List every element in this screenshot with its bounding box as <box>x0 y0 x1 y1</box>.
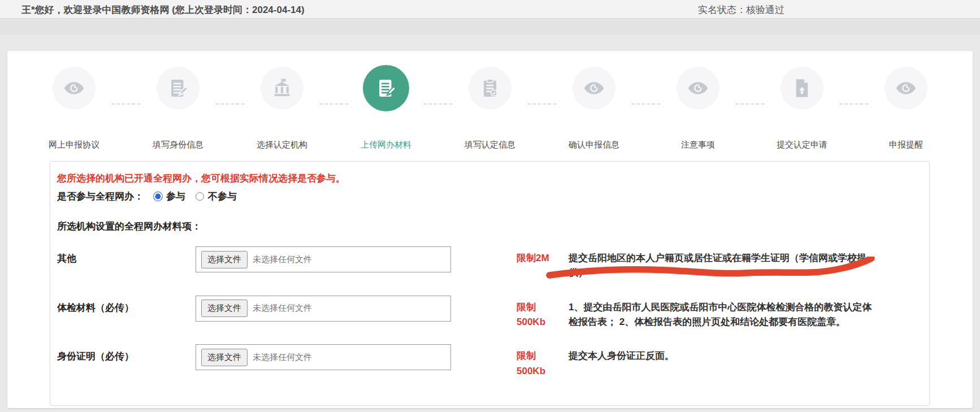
step-label: 注意事项 <box>681 140 715 150</box>
size-limit: 限制2M <box>517 246 569 266</box>
step-connector <box>735 103 765 105</box>
material-row: 体检材料（必传） 选择文件 未选择任何文件 限制 500Kb 1、提交由岳阳市人… <box>57 296 922 330</box>
step-label: 申报提醒 <box>889 140 923 150</box>
participation-label: 是否参与全程网办： <box>57 190 144 203</box>
material-label: 体检材料（必传） <box>57 296 196 314</box>
file-placeholder: 未选择任何文件 <box>253 303 312 314</box>
material-row: 其他 选择文件 未选择任何文件 限制2M 提交岳阳地区的本人户籍页或居住证或在籍… <box>57 246 922 281</box>
bank-icon <box>261 67 303 110</box>
material-label: 身份证明（必传） <box>57 344 196 363</box>
eye-icon <box>53 67 96 110</box>
eye-icon <box>884 67 927 110</box>
step-connector <box>215 103 245 105</box>
material-row: 身份证明（必传） 选择文件 未选择任何文件 限制 500Kb 提交本人身份证正反… <box>57 344 922 379</box>
step-connector <box>839 103 869 105</box>
radio-option-label: 参与 <box>166 190 185 203</box>
material-description: 提交本人身份证正反面。 <box>569 344 874 363</box>
step-label: 选择认定机构 <box>257 140 307 150</box>
step-connector <box>423 103 453 105</box>
clipboard-check-icon <box>469 67 511 110</box>
material-description-text: 提交岳阳地区的本人户籍页或居住证或在籍学生证明（学信网或学校提供） <box>569 253 866 278</box>
stepper-step: 注意事项 <box>661 67 735 150</box>
welcome-text: 王*您好，欢迎登录中国教师资格网 (您上次登录时间：2024-04-14) <box>21 3 305 16</box>
step-connector <box>111 103 141 105</box>
stepper-step: 网上申报协议 <box>37 67 111 150</box>
radio-unselected-icon[interactable] <box>196 192 204 201</box>
step-label: 填写身份信息 <box>153 140 203 150</box>
stepper-step: 选择认定机构 <box>245 67 319 150</box>
materials-title: 所选机构设置的全程网办材料项： <box>57 220 922 233</box>
radio-option-label: 不参与 <box>208 190 237 203</box>
step-connector <box>527 103 557 105</box>
file-placeholder: 未选择任何文件 <box>253 254 312 265</box>
stepper-step: 上传网办材料 <box>349 67 423 150</box>
material-description-text: 提交本人身份证正反面。 <box>569 350 674 361</box>
choose-file-button[interactable]: 选择文件 <box>201 251 248 268</box>
step-label: 确认申报信息 <box>569 140 619 150</box>
step-label: 填写认定信息 <box>465 140 515 150</box>
radio-selected-icon[interactable] <box>154 192 162 201</box>
file-input[interactable]: 选择文件 未选择任何文件 <box>196 246 451 272</box>
material-label: 其他 <box>57 246 196 265</box>
realname-status: 实名状态：核验通过 <box>698 3 784 16</box>
size-limit: 限制 500Kb <box>517 296 569 330</box>
step-label: 上传网办材料 <box>361 140 411 150</box>
upload-panel: 您所选择的机构已开通全程网办，您可根据实际情况选择是否参与。 是否参与全程网办：… <box>50 161 930 406</box>
stepper-step: 提交认定申请 <box>765 67 839 150</box>
step-connector <box>631 103 661 105</box>
step-label: 提交认定申请 <box>777 140 827 150</box>
material-description: 提交岳阳地区的本人户籍页或居住证或在籍学生证明（学信网或学校提供） <box>569 246 874 281</box>
stepper-step: 确认申报信息 <box>557 67 631 150</box>
file-placeholder: 未选择任何文件 <box>253 352 312 363</box>
eye-icon <box>573 67 615 110</box>
main-card: 网上申报协议 填写身份信息 选择认定机构 上传网办材料 填写认定信息 确认申报信… <box>7 51 973 408</box>
step-connector <box>319 103 349 105</box>
choose-file-button[interactable]: 选择文件 <box>201 300 248 317</box>
stepper: 网上申报协议 填写身份信息 选择认定机构 上传网办材料 填写认定信息 确认申报信… <box>7 51 973 150</box>
eye-icon <box>677 67 719 110</box>
stepper-step: 填写认定信息 <box>453 67 527 150</box>
background-band <box>0 19 980 35</box>
material-description: 1、提交由岳阳市人民医院或岳阳市中心医院体检检测合格的教资认定体检报告表； 2、… <box>569 296 874 330</box>
file-upload-icon <box>780 67 823 110</box>
size-limit: 限制 500Kb <box>517 344 569 379</box>
choose-file-button[interactable]: 选择文件 <box>201 349 248 366</box>
stepper-step: 填写身份信息 <box>141 67 215 150</box>
material-rows: 其他 选择文件 未选择任何文件 限制2M 提交岳阳地区的本人户籍页或居住证或在籍… <box>57 246 922 379</box>
step-label: 网上申报协议 <box>49 140 99 150</box>
material-description-text: 1、提交由岳阳市人民医院或岳阳市中心医院体检检测合格的教资认定体检报告表； 2、… <box>569 302 871 327</box>
file-input[interactable]: 选择文件 未选择任何文件 <box>196 344 451 370</box>
document-edit-icon <box>157 67 200 110</box>
online-process-notice: 您所选择的机构已开通全程网办，您可根据实际情况选择是否参与。 <box>57 172 922 185</box>
participation-row: 是否参与全程网办： 参与不参与 <box>57 190 922 203</box>
document-edit-icon <box>363 65 409 111</box>
radio-option[interactable]: 参与 <box>154 190 185 203</box>
stepper-step: 申报提醒 <box>869 67 943 150</box>
file-input[interactable]: 选择文件 未选择任何文件 <box>196 296 451 322</box>
top-bar: 王*您好，欢迎登录中国教师资格网 (您上次登录时间：2024-04-14) 实名… <box>0 0 980 19</box>
radio-option[interactable]: 不参与 <box>196 190 237 203</box>
